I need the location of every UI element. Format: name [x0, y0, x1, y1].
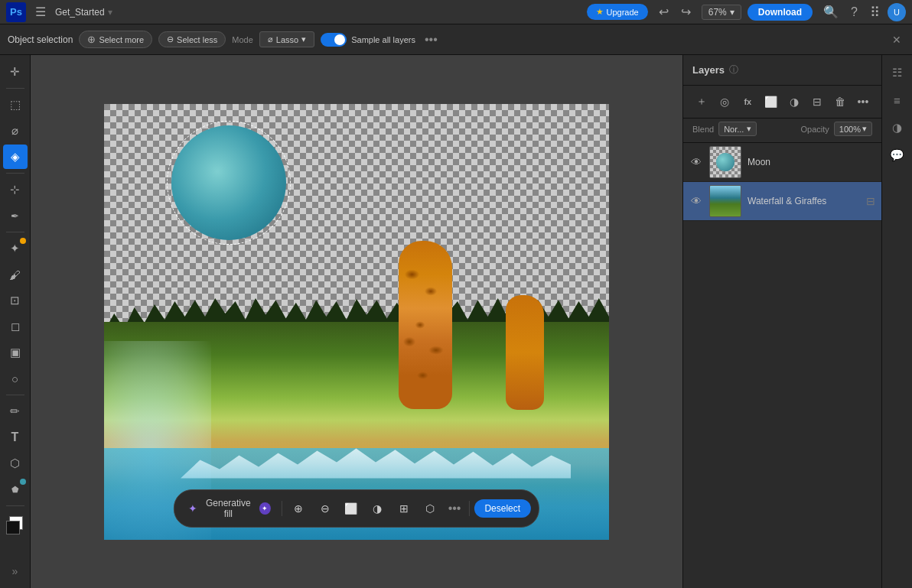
main-area: ✛ ⬚ ⌀ ◈ ⊹ ✒ ✦ 🖌 ⊡ ◻ ▣ ○ ✏ T ⬡ ⬟ »	[0, 55, 912, 588]
layer-thumb-waterfall	[709, 185, 741, 217]
generative-fill-button[interactable]: ✦ Generative fill ✦	[182, 495, 277, 522]
moon-selection	[167, 121, 291, 245]
upgrade-button[interactable]: ★ Upgrade	[587, 4, 648, 20]
search-button[interactable]: 🔍	[819, 2, 843, 22]
info-icon[interactable]: ⓘ	[729, 63, 738, 76]
topbar: Ps ☰ Get_Started ▾ ★ Upgrade ↩ ↪ 67% ▾ D…	[0, 0, 912, 24]
pen-tool[interactable]: ✏	[3, 399, 28, 424]
dodge-tool[interactable]: ○	[3, 366, 28, 391]
apps-button[interactable]: ⠿	[865, 1, 884, 24]
tool-separator-3	[6, 232, 24, 232]
stamp-tool[interactable]: ⊡	[3, 288, 28, 313]
giraffe-tall-body	[399, 241, 452, 409]
group-button[interactable]: ⊟	[808, 92, 826, 112]
eraser-tool[interactable]: ◻	[3, 314, 28, 339]
panel-title: Layers	[692, 64, 725, 76]
fx-button[interactable]: fx	[738, 92, 757, 112]
expand-tools-button[interactable]: »	[3, 559, 28, 583]
panel-more-button[interactable]: •••	[854, 92, 872, 112]
neural-tool[interactable]: ⬟	[3, 477, 28, 502]
marquee-tool[interactable]: ⬚	[3, 93, 28, 117]
shape-tool[interactable]: ⬡	[3, 451, 28, 476]
opacity-control[interactable]: 100% ▾	[834, 122, 872, 136]
plus-icon: ⊕	[87, 34, 96, 45]
subtract-selection-button[interactable]: ⊖	[313, 496, 336, 521]
color-picker[interactable]	[3, 513, 28, 538]
neural-icon: ⬟	[11, 485, 19, 495]
select-less-button[interactable]: ⊖ Select less	[158, 31, 226, 47]
moon-thumbnail	[716, 153, 734, 171]
sample-label: Sample all layers	[351, 35, 415, 44]
properties-button[interactable]: ≡	[886, 89, 909, 112]
more-options-button[interactable]: •••	[422, 33, 441, 47]
canvas-button[interactable]: ⬡	[419, 496, 441, 521]
eyedropper-tool[interactable]: ✒	[3, 203, 28, 228]
object-select-tool[interactable]: ◈	[3, 145, 28, 169]
bottom-toolbar: ✦ Generative fill ✦ ⊕ ⊖ ⬜ ◑ ⊞ ⬡ ••• Dese…	[174, 489, 539, 528]
scene-thumbnail	[710, 186, 741, 216]
move-tool[interactable]: ✛	[3, 60, 28, 84]
download-button[interactable]: Download	[748, 4, 813, 21]
deselect-button[interactable]: Deselect	[474, 499, 531, 518]
layer-thumb-moon	[709, 146, 741, 178]
minus-icon: ⊖	[167, 34, 174, 44]
divider-2	[468, 501, 469, 516]
tool-separator-5	[6, 505, 24, 506]
visibility-icon-moon[interactable]: 👁	[689, 156, 703, 168]
panel-header: Layers ⓘ	[683, 55, 881, 86]
brush-tool[interactable]: 🖌	[3, 262, 28, 287]
layer-moon[interactable]: 👁 Moon	[683, 143, 881, 182]
lasso-icon: ⌀	[268, 34, 273, 44]
adjustment-button[interactable]: ◑	[785, 92, 803, 112]
adjustments-button[interactable]: ◑	[886, 116, 909, 139]
visibility-icon-waterfall[interactable]: 👁	[689, 195, 703, 207]
avatar[interactable]: U	[888, 3, 906, 21]
layer-filter-icon[interactable]: ⊟	[866, 195, 875, 207]
close-toolbar-button[interactable]: ✕	[889, 34, 904, 46]
move-selection-button[interactable]: ⊕	[287, 496, 310, 521]
libraries-button[interactable]: ☷	[886, 61, 909, 84]
undo-button[interactable]: ↩	[654, 2, 673, 22]
zoom-control[interactable]: 67% ▾	[702, 5, 741, 20]
gradient-tool[interactable]: ▣	[3, 340, 28, 365]
blend-mode-select[interactable]: Nor... ▾	[718, 122, 757, 136]
heal-tool[interactable]: ✦	[3, 236, 28, 261]
tool-separator	[6, 88, 24, 89]
left-toolbar: ✛ ⬚ ⌀ ◈ ⊹ ✒ ✦ 🖌 ⊡ ◻ ▣ ○ ✏ T ⬡ ⬟ »	[0, 55, 31, 588]
ai-badge: ✦	[259, 502, 271, 515]
file-name[interactable]: Get_Started ▾	[55, 7, 112, 18]
layer-waterfall[interactable]: 👁 Waterfall & Giraffes ⊟	[683, 182, 881, 221]
crop-tool[interactable]: ⊹	[3, 177, 28, 202]
giraffe-small-body	[506, 295, 544, 410]
right-strip: ☷ ≡ ◑ 💬	[881, 55, 912, 588]
new-layer-button[interactable]: ＋	[692, 92, 711, 112]
type-tool[interactable]: T	[3, 425, 28, 450]
layer-name-waterfall: Waterfall & Giraffes	[748, 196, 860, 206]
sample-layers-toggle[interactable]: Sample all layers	[321, 33, 415, 47]
lasso-dropdown[interactable]: ⌀ Lasso ▾	[259, 31, 314, 47]
more-button[interactable]: •••	[445, 502, 464, 515]
redo-button[interactable]: ↪	[676, 2, 695, 22]
delete-layer-button[interactable]: 🗑	[831, 92, 849, 112]
spark-icon: ✦	[188, 502, 197, 515]
canvas-area[interactable]: ✦ Generative fill ✦ ⊕ ⊖ ⬜ ◑ ⊞ ⬡ ••• Dese…	[31, 55, 682, 588]
tool-separator-4	[6, 395, 24, 395]
toggle-switch[interactable]	[321, 33, 347, 47]
help-button[interactable]: ?	[846, 2, 862, 22]
mask-button[interactable]: ⬜	[761, 92, 780, 112]
layer-name-moon: Moon	[748, 157, 875, 167]
hamburger-menu[interactable]: ☰	[32, 2, 49, 22]
giraffe-tall	[395, 233, 456, 409]
comments-button[interactable]: 💬	[886, 144, 909, 167]
select-more-button[interactable]: ⊕ Select more	[79, 31, 152, 48]
lasso-tool[interactable]: ⌀	[3, 119, 28, 143]
effects-button[interactable]: ◎	[715, 92, 734, 112]
invert-button[interactable]: ◑	[366, 496, 389, 521]
expand-button[interactable]: ⊞	[392, 496, 415, 521]
giraffe-spots	[399, 241, 452, 409]
tool-badge-2	[20, 479, 26, 485]
opacity-label: Opacity	[801, 125, 829, 134]
undo-redo-group: ↩ ↪	[654, 2, 695, 22]
intersect-button[interactable]: ⬜	[340, 496, 363, 521]
dropdown-icon-2: ▾	[862, 124, 867, 134]
